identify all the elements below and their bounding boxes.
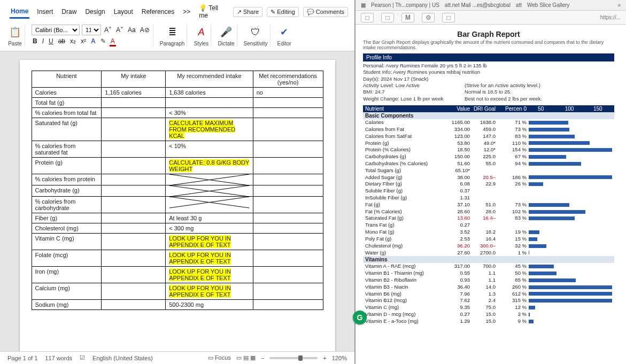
tab-insert[interactable]: Insert [36,6,54,18]
styles-label: Styles [194,41,208,47]
table-row[interactable]: Sodium (mg)500-2300 mg [32,300,323,310]
profile-days: Day(s): 2024 Nov 17 (Snack) [363,76,614,82]
styles-group: A Styles [191,25,211,47]
table-row[interactable]: % calories from total fat< 30% [32,108,323,118]
page: Nutrient My intake My recommended intake… [20,60,335,351]
font-name-select[interactable]: Calibri (Bo... [32,25,80,35]
dictate-label: Dictate [218,41,234,47]
section-header: Basic Components [363,112,614,119]
report-area[interactable]: Bar Graph Report The Bar Graph Report di… [355,25,626,364]
zoom-value[interactable]: 120% [332,355,347,361]
status-page[interactable]: Page 1 of 1 [7,355,37,361]
editor-label: Editor [277,41,291,47]
profile-bmi-l: BMI: 24.7 [363,89,459,95]
table-row[interactable]: Protein (g)CALCULATE: 0.8 G/KG BODY WEIG… [32,158,323,174]
word-window: Home Insert Draw Design Layout Reference… [0,0,355,364]
status-spellcheck-icon[interactable]: ☑ [80,354,85,361]
tick-50: 50 [527,106,555,112]
table-row[interactable]: Fiber (g)At least 30 g [32,213,323,223]
editor-group: ✔ Editor [275,25,294,47]
zoom-in-button[interactable]: + [323,355,326,361]
tab-home[interactable]: Home [10,5,29,19]
tabs-overflow[interactable]: >> [182,6,191,18]
editor-icon[interactable]: ✔ [277,25,292,40]
document-canvas[interactable]: Nutrient My intake My recommended intake… [0,51,354,351]
col-intake: My intake [102,71,166,88]
url-hint[interactable]: https://... [600,14,621,20]
tab-layout[interactable]: Layout [113,6,134,18]
fav-2[interactable]: att.net Mail ...es@sbcglobal [445,2,511,8]
nutrient-rows: Basic ComponentsCalories1165.001638.071 … [363,112,614,325]
table-row[interactable]: Folate (mcg)LOOK UP FOR YOU IN APPENDIX … [32,250,323,267]
table-row[interactable]: Calcium (mg)LOOK UP FOR YOU IN APPENDIX … [32,283,323,300]
strike-button[interactable]: ab [57,37,66,47]
table-row[interactable]: Saturated fat (g)CALCULATE MAXIMUM FROM … [32,118,323,141]
nutrient-row: Carbohydrates (% Calories)51.6055.094 % [363,160,614,167]
grow-font-button[interactable]: A˄ [103,26,113,34]
bold-button[interactable]: B [32,37,38,47]
ribbon: 📋 Paste Calibri (Bo... 11 A˄ A˅ Aa A⊘ B … [0,21,354,51]
col-nutrient: Nutrient [365,106,444,112]
mic-icon[interactable]: 🎤 [219,25,234,40]
table-row[interactable]: Cholesterol (mg)< 300 mg [32,223,323,234]
tick-100: 100 [555,106,583,112]
table-row[interactable]: % calories from carbohydrate [32,197,323,213]
text-effects-button[interactable]: A [90,37,97,47]
font-size-select[interactable]: 11 [82,25,101,35]
table-row[interactable]: Calories1,165 calories1,638 caloriesno [32,88,323,98]
paste-icon[interactable]: 📋 [7,25,22,40]
tool-2[interactable]: □ [381,13,394,22]
col-ticks: 50 100 150 [527,106,612,112]
fav-1[interactable]: Pearson | Th...company | US [371,2,439,8]
tool-5[interactable]: □ [442,13,455,22]
table-row[interactable]: % calories from protein [32,174,323,185]
status-language[interactable]: English (United States) [92,355,153,361]
styles-icon[interactable]: A [194,25,208,40]
tool-3[interactable]: M [401,13,414,22]
view-buttons[interactable]: ▭ ▤ ▦ [236,354,256,361]
share-button[interactable]: ↗ Share [233,7,262,17]
focus-mode-button[interactable]: ▭ Focus [208,354,231,361]
nutrient-row: Saturated Fat (g)13.6016.4–83 % [363,215,614,222]
subscript-button[interactable]: x₂ [69,37,77,47]
fav-3[interactable]: att [516,2,522,8]
change-case-button[interactable]: Aa [127,26,137,34]
shrink-font-button[interactable]: A˅ [115,26,125,34]
table-row[interactable]: % calories from saturated fat< 10% [32,141,323,158]
tell-me[interactable]: 💡 Tell me [198,2,227,21]
col-recommended: My recommended intake [166,71,253,88]
clear-format-button[interactable]: A⊘ [139,26,151,34]
sensitivity-icon[interactable]: 🛡 [248,25,263,40]
status-words[interactable]: 117 words [45,355,72,361]
zoom-out-button[interactable]: − [261,355,264,361]
share-label: Share [243,9,259,15]
highlight-button[interactable]: ✎ [99,37,107,47]
nutrient-row: Carbohydrates (g)150.00225.067 % [363,153,614,160]
fav-icon[interactable]: ▦ [361,2,366,8]
tool-4[interactable]: ⚙ [422,13,435,22]
tab-draw[interactable]: Draw [60,6,78,18]
font-color-button[interactable]: A [110,37,116,47]
zoom-slider[interactable] [269,357,318,359]
italic-button[interactable]: I [41,37,45,47]
fav-overflow[interactable]: » [617,2,621,8]
comments-button[interactable]: 💬 Comments [303,7,348,17]
table-row[interactable]: Carbohydrate (g) [32,185,323,197]
underline-button[interactable]: U [48,37,55,47]
table-row[interactable]: Total fat (g) [32,98,323,108]
nutrient-row: Water (g)27.602700.01 % [363,250,614,257]
table-row[interactable]: Vitamin C (mg)LOOK UP FOR YOU IN APPENDI… [32,234,323,250]
ribbon-tabs: Home Insert Draw Design Layout Reference… [0,0,354,21]
browser-window: ▦ Pearson | Th...company | US att.net Ma… [355,0,626,364]
superscript-button[interactable]: x² [80,37,87,47]
nutrient-row: Vitamin A - RAE (mcg)317.00700.045 % [363,263,614,270]
grammarly-icon[interactable]: G [353,311,367,324]
table-row[interactable]: Iron (mg)LOOK UP FOR YOU IN APPENDIX E O… [32,267,323,283]
nutrient-table[interactable]: Nutrient My intake My recommended intake… [32,71,323,310]
paragraph-icon[interactable]: ≣ [165,25,180,40]
tab-design[interactable]: Design [84,6,106,18]
fav-4[interactable]: Web Slice Gallery [527,2,569,8]
tab-references[interactable]: References [141,6,175,18]
tool-1[interactable]: □ [361,13,374,22]
editing-mode-button[interactable]: ✎ Editing [267,7,299,17]
